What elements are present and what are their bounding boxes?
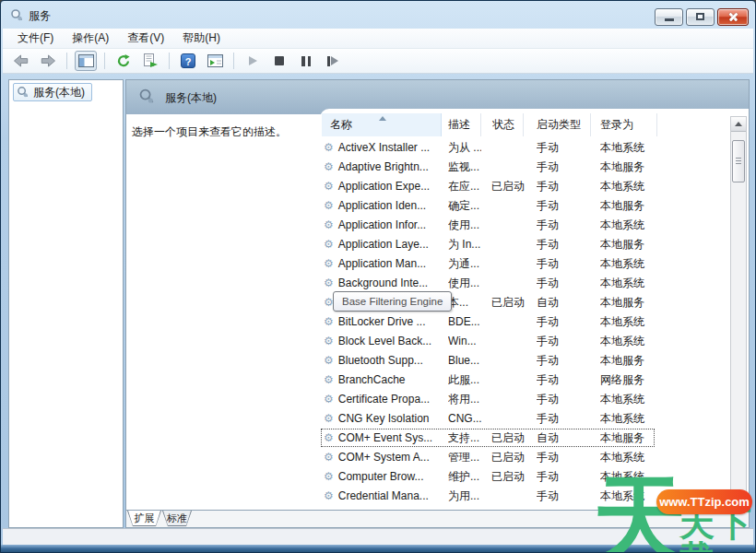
- service-desc-cell: 此服...: [448, 371, 481, 390]
- menu-bar: 文件(F) 操作(A) 查看(V) 帮助(H): [3, 29, 753, 49]
- service-desc-cell: 确定...: [448, 196, 481, 216]
- scrollbar-grip: [736, 158, 741, 165]
- refresh-button[interactable]: [112, 51, 135, 71]
- minimize-button[interactable]: [655, 8, 683, 26]
- service-status-cell: 已启动: [491, 448, 526, 467]
- service-gear-icon: ⚙: [324, 235, 334, 254]
- show-console-tree-button[interactable]: [75, 51, 97, 71]
- service-name-text: BitLocker Drive ...: [338, 312, 426, 332]
- service-name-text: Application Iden...: [338, 196, 426, 216]
- service-gear-icon: ⚙: [324, 138, 334, 158]
- service-logon-cell: 本地系统: [600, 312, 657, 332]
- back-icon: [13, 54, 30, 67]
- service-desc-cell: Win...: [448, 332, 481, 351]
- service-name-cell: ⚙Application Infor...: [324, 216, 441, 235]
- column-header-startup-type[interactable]: 启动类型: [524, 113, 591, 136]
- pause-service-button[interactable]: [295, 51, 317, 71]
- service-status-cell: 已启动: [491, 177, 526, 196]
- menu-help[interactable]: 帮助(H): [173, 29, 230, 48]
- service-name-text: COM+ System A...: [338, 448, 430, 467]
- service-name-cell: ⚙Computer Brow...: [324, 467, 441, 487]
- service-logon-cell: 本地系统: [600, 254, 657, 274]
- table-row[interactable]: ⚙Application Man...为通...手动本地系统: [320, 254, 730, 274]
- start-service-button[interactable]: [242, 51, 264, 71]
- forward-button[interactable]: [37, 51, 59, 71]
- service-startup-cell: 手动: [537, 487, 590, 506]
- refresh-icon: [116, 53, 131, 68]
- service-startup-cell: 手动: [537, 138, 590, 158]
- service-name-cell: ⚙Application Expe...: [324, 177, 441, 196]
- service-gear-icon: ⚙: [324, 371, 334, 390]
- service-startup-cell: 手动: [537, 158, 590, 177]
- tree-item-services-local[interactable]: 服务(本地): [13, 83, 92, 101]
- table-row[interactable]: ⚙CNG Key IsolationCNG...手动本地系统: [320, 409, 730, 429]
- forward-icon: [40, 54, 56, 67]
- help-button[interactable]: ?: [177, 51, 199, 71]
- restart-service-button[interactable]: [322, 51, 344, 71]
- column-header-description[interactable]: 描述: [442, 113, 481, 136]
- show-extended-view-button[interactable]: [204, 51, 226, 71]
- service-name-cell: ⚙ActiveX Installer ...: [324, 138, 441, 158]
- toolbar-separator: [169, 53, 170, 69]
- service-logon-cell: 本地系统: [600, 177, 657, 196]
- column-header-logon-as[interactable]: 登录为: [591, 113, 657, 136]
- service-gear-icon: ⚙: [324, 274, 334, 293]
- restore-button[interactable]: [686, 8, 715, 26]
- service-logon-cell: 网络服务: [600, 371, 657, 390]
- table-row[interactable]: ⚙Credential Mana...为用...手动本地系统: [320, 487, 730, 506]
- service-status-cell: 已启动: [491, 293, 526, 312]
- service-gear-icon: ⚙: [324, 409, 334, 429]
- export-list-button[interactable]: [139, 51, 161, 71]
- back-button[interactable]: [10, 51, 32, 71]
- service-status-cell: [491, 235, 526, 254]
- service-status-cell: [491, 274, 526, 293]
- services-node-icon: [17, 86, 30, 99]
- service-logon-cell: 本地服务: [600, 158, 657, 177]
- table-row[interactable]: ⚙BitLocker Drive ...BDE...手动本地系统: [320, 312, 730, 332]
- table-row[interactable]: ⚙Application Expe...在应...已启动手动本地系统: [320, 177, 730, 196]
- view-tabs: 扩展 标准: [126, 510, 749, 527]
- column-header-name[interactable]: 名称: [322, 113, 442, 136]
- service-name-text: Application Infor...: [338, 216, 426, 235]
- scrollbar-up-button[interactable]: [731, 117, 746, 132]
- service-status-cell: [491, 196, 526, 216]
- service-startup-cell: 手动: [537, 254, 590, 274]
- help-icon: ?: [181, 53, 195, 68]
- tab-standard-label: 标准: [163, 511, 191, 525]
- table-row[interactable]: ⚙Application Laye...为 In...手动本地服务: [320, 235, 730, 254]
- menu-file[interactable]: 文件(F): [8, 29, 63, 48]
- stop-service-button[interactable]: [268, 51, 290, 71]
- table-row[interactable]: ⚙Application Infor...使用...手动本地系统: [320, 216, 730, 235]
- service-status-cell: [491, 216, 526, 235]
- service-name-text: Certificate Propa...: [338, 390, 430, 409]
- service-status-cell: [491, 312, 526, 332]
- service-name-text: CNG Key Isolation: [338, 409, 430, 429]
- service-logon-cell: 本地系统: [600, 216, 657, 235]
- toolbar-separator: [66, 53, 67, 69]
- service-gear-icon: ⚙: [324, 312, 334, 332]
- table-row[interactable]: ⚙Background Inte...使用...手动本地系统: [320, 274, 730, 293]
- table-row[interactable]: ⚙COM+ Event Sys...支持...已启动自动本地服务: [320, 429, 730, 448]
- menu-action[interactable]: 操作(A): [63, 29, 118, 48]
- service-name-cell: ⚙Application Man...: [324, 254, 441, 274]
- service-gear-icon: ⚙: [324, 254, 334, 274]
- tab-standard[interactable]: 标准: [162, 511, 192, 526]
- table-row[interactable]: ⚙Certificate Propa...将用...手动本地系统: [320, 390, 730, 409]
- menu-view[interactable]: 查看(V): [118, 29, 173, 48]
- main-panel: 服务(本地) 选择一个项目来查看它的描述。 名称 描述 状态 启动类型 登录为 …: [125, 79, 750, 528]
- service-logon-cell: 本地系统: [600, 390, 657, 409]
- table-row[interactable]: ⚙Block Level Back...Win...手动本地系统: [320, 332, 730, 351]
- vertical-scrollbar[interactable]: [730, 116, 747, 507]
- table-row[interactable]: ⚙Computer Brow...维护...已启动手动本地系统: [320, 467, 730, 487]
- service-name-cell: ⚙Bluetooth Supp...: [324, 351, 441, 371]
- table-row[interactable]: ⚙COM+ System A...管理...已启动手动本地系统: [320, 448, 730, 467]
- column-header-status[interactable]: 状态: [481, 113, 524, 136]
- table-row[interactable]: ⚙Application Iden...确定...手动本地服务: [320, 196, 730, 216]
- table-row[interactable]: ⚙Adaptive Brightn...监视...手动本地服务: [320, 158, 730, 177]
- table-row[interactable]: ⚙Bluetooth Supp...Blue...手动本地服务: [320, 351, 730, 371]
- table-row[interactable]: ⚙BranchCache此服...手动网络服务: [320, 371, 730, 390]
- table-row[interactable]: ⚙ActiveX Installer ...为从 ...手动本地系统: [320, 138, 730, 158]
- scrollbar-thumb[interactable]: [732, 140, 745, 182]
- close-button[interactable]: [717, 8, 749, 26]
- tab-extended[interactable]: 扩展: [127, 511, 161, 526]
